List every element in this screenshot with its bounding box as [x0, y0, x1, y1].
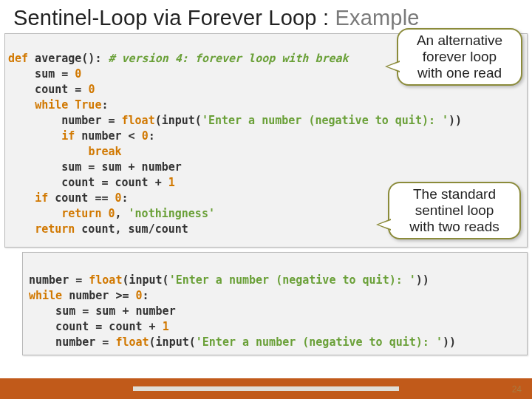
code-block-forever-loop: def average(): # version 4: forever loop… — [4, 33, 528, 248]
footer-bar — [0, 378, 532, 399]
callout-tail-icon — [385, 61, 400, 72]
callout-sentinel-loop: The standard sentinel loop with two read… — [388, 182, 521, 239]
code-block-sentinel-loop: number = float(input('Enter a number (ne… — [22, 252, 528, 355]
title-main: Sentinel-Loop via Forever Loop : — [13, 6, 335, 30]
callout-forever-loop: An alternative forever loop with one rea… — [397, 28, 522, 86]
title-example: Example — [335, 6, 419, 30]
callout-tail-icon — [376, 219, 391, 231]
page-number: 24 — [512, 384, 522, 395]
footer-accent — [133, 386, 399, 391]
